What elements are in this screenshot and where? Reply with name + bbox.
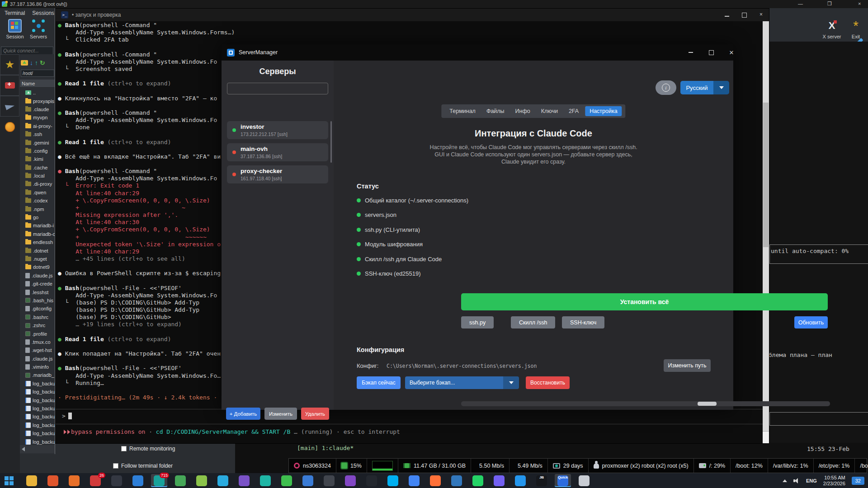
checkbox-icon[interactable]	[121, 446, 127, 451]
file-row[interactable]: .local	[20, 172, 55, 180]
folder-up-icon[interactable]	[21, 60, 28, 66]
download-icon[interactable]: ↓	[30, 59, 33, 66]
file-row[interactable]: myvpn	[20, 113, 55, 122]
path-input[interactable]	[21, 70, 54, 77]
taskbar-icon-steam[interactable]	[108, 474, 125, 487]
language-indicator[interactable]: ENG	[806, 478, 817, 483]
file-row[interactable]: log_backu	[20, 413, 55, 421]
servers-button[interactable]: Servers	[25, 19, 52, 39]
clock[interactable]: 10:55 AM2/23/2026	[823, 475, 845, 487]
name-column-header[interactable]: Name	[20, 80, 55, 88]
taskbar-icon-brave[interactable]	[45, 474, 61, 487]
taskbar-icon-github[interactable]	[363, 474, 380, 487]
file-row[interactable]: log_backu	[20, 429, 55, 437]
file-row[interactable]: endlessh	[20, 238, 55, 246]
menu-terminal[interactable]: Terminal	[5, 10, 25, 16]
file-row[interactable]: .bashrc	[20, 313, 55, 321]
file-row[interactable]: mariadb-i	[20, 221, 55, 230]
delete-server-button[interactable]: Удалить	[301, 408, 329, 420]
server-item[interactable]: investor173.212.212.157 [ssh]	[227, 121, 328, 139]
chevron-down-icon[interactable]	[713, 81, 729, 94]
backup-select[interactable]: Выберите бэкап...	[405, 376, 519, 389]
start-button[interactable]	[5, 476, 16, 485]
taskbar-icon-file-explorer[interactable]	[24, 474, 40, 487]
session-button[interactable]: Session	[2, 19, 28, 39]
send-button[interactable]	[0, 96, 19, 117]
terminal-prompt[interactable]: >	[62, 413, 72, 419]
edit-server-button[interactable]: Изменить	[264, 408, 297, 420]
restore-button[interactable]: Восстановить	[526, 376, 570, 389]
taskbar-icon-chrome[interactable]	[406, 474, 422, 487]
backup-now-button[interactable]: Бэкап сейчас	[357, 376, 401, 389]
chevron-down-icon[interactable]	[503, 376, 519, 389]
web-button[interactable]	[0, 117, 19, 137]
file-row[interactable]: log_backu	[20, 437, 55, 446]
taskbar-icon-paint[interactable]	[576, 474, 592, 487]
file-row[interactable]: .profile	[20, 329, 55, 338]
horizontal-scrollbar[interactable]	[461, 401, 830, 406]
minimize-icon[interactable]: —	[798, 1, 803, 6]
file-row[interactable]: ..	[20, 89, 55, 97]
file-row[interactable]: .cache	[20, 164, 55, 172]
scroll-left-icon[interactable]	[22, 447, 25, 451]
refresh-button[interactable]: Обновить	[794, 316, 828, 328]
follow-terminal-option[interactable]: Follow terminal folder	[113, 463, 173, 469]
file-row[interactable]: .ssh	[20, 130, 55, 138]
taskbar-icon-docker[interactable]	[512, 474, 528, 487]
file-row[interactable]: .bash_his	[20, 296, 55, 305]
close-icon[interactable]: ×	[858, 1, 861, 6]
file-panel-scrollbar[interactable]	[20, 445, 55, 453]
terminal-tab-title[interactable]: • запуск и проверка	[72, 12, 121, 18]
server-item[interactable]: proxy-checker161.97.118.40 [ssh]	[227, 165, 328, 183]
quick-connect-input[interactable]	[1, 47, 53, 55]
file-row[interactable]: .tmux.co	[20, 338, 55, 346]
taskbar-icon-edge[interactable]	[448, 474, 465, 487]
file-row[interactable]: log_backu	[20, 388, 55, 396]
scrollbar-thumb[interactable]	[763, 103, 769, 247]
notification-badge[interactable]: 32	[852, 477, 864, 485]
component-button-1[interactable]: ssh.py	[461, 316, 494, 328]
taskbar-icon-explorer-2[interactable]	[300, 474, 316, 487]
file-row[interactable]: .kimi	[20, 155, 55, 163]
taskbar-icon-terminal[interactable]	[321, 474, 337, 487]
file-row[interactable]: .gemini	[20, 138, 55, 146]
refresh-icon[interactable]: ↻	[40, 59, 45, 66]
taskbar-icon-whatsapp[interactable]	[278, 474, 295, 487]
change-path-button[interactable]: Изменить путь	[664, 359, 711, 372]
file-row[interactable]: .mariadb_	[20, 371, 55, 379]
maximize-icon[interactable]: ❒	[827, 1, 832, 7]
language-select[interactable]: Русский	[680, 81, 729, 94]
tab-терминал[interactable]: Терминал	[445, 106, 480, 116]
scrollbar-thumb[interactable]	[698, 402, 717, 406]
tab-настройка[interactable]: Настройка	[585, 106, 622, 116]
file-row[interactable]: go	[20, 213, 55, 221]
x-server-button[interactable]: X X server	[819, 19, 844, 39]
minimize-icon[interactable]	[684, 47, 698, 58]
file-row[interactable]: .nuget	[20, 255, 55, 263]
taskbar-icon-app-teal[interactable]	[257, 474, 274, 487]
taskbar-icon-notepad[interactable]	[193, 474, 210, 487]
minimize-icon[interactable]	[725, 12, 729, 17]
taskbar-icon-firefox-2[interactable]	[427, 474, 443, 487]
taskbar-icon-v2ray[interactable]	[342, 474, 359, 487]
component-button-3[interactable]: SSH-ключ	[562, 316, 604, 328]
server-list-scrollbar[interactable]	[330, 121, 332, 163]
maximize-icon[interactable]	[742, 11, 747, 18]
close-icon[interactable]: ✕	[724, 47, 739, 58]
file-row[interactable]: .lesshst	[20, 288, 55, 296]
file-row[interactable]: .wget-hst	[20, 346, 55, 354]
taskbar-icon-jetbrains[interactable]: JB	[533, 474, 550, 487]
tab-файлы[interactable]: Файлы	[482, 106, 509, 116]
file-row[interactable]: proxyapis	[20, 97, 55, 105]
favorites-button[interactable]: ★	[0, 54, 19, 75]
checkbox-icon[interactable]	[113, 463, 118, 469]
file-row[interactable]: log_backu	[20, 396, 55, 404]
file-row[interactable]: .gitconfig	[20, 305, 55, 313]
terminal-scrollbar[interactable]	[763, 21, 769, 443]
install-all-button[interactable]: Установить всё	[461, 293, 828, 310]
file-row[interactable]: .viminfo	[20, 363, 55, 371]
remote-monitoring-option[interactable]: Remote monitoring	[121, 446, 175, 452]
file-row[interactable]: log_backu	[20, 404, 55, 413]
taskbar-icon-firefox[interactable]	[66, 474, 82, 487]
add-server-button[interactable]: + Добавить	[226, 408, 260, 420]
